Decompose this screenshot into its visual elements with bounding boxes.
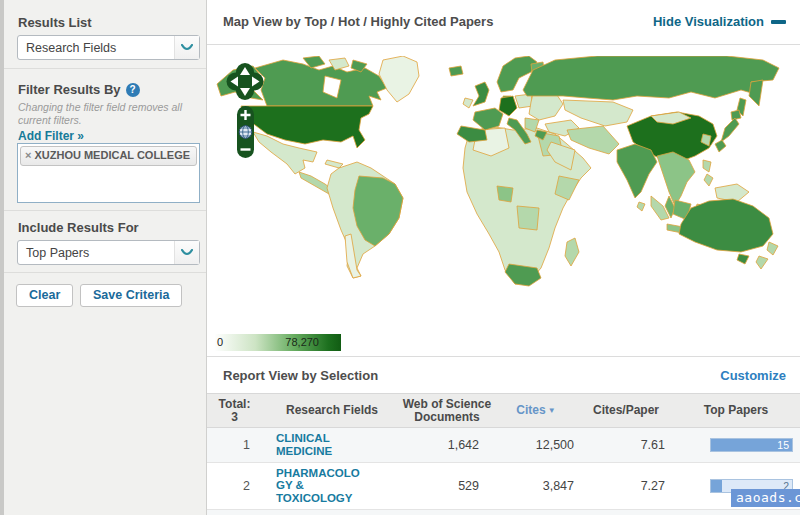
chevron-down-icon: [174, 36, 199, 59]
map-view-title: Map View by Top / Hot / Highly Cited Pap…: [223, 14, 493, 29]
results-list-select[interactable]: Research Fields: [17, 35, 200, 60]
top-papers-value: 15: [777, 439, 789, 452]
minus-icon: [771, 20, 786, 24]
row-rank: 1: [207, 438, 262, 452]
col-total: Total:3: [207, 396, 262, 426]
filter-sidebar: Results List Research Fields Filter Resu…: [0, 0, 207, 515]
add-filter-link[interactable]: Add Filter »: [18, 129, 84, 143]
row-rank: 2: [207, 479, 262, 493]
map-zoom-control[interactable]: [237, 106, 254, 158]
table-row: 0 ALL FIELDS 4,573 39,999 8.75: [207, 510, 800, 515]
clear-button[interactable]: Clear: [16, 284, 73, 307]
col-top-papers: Top Papers: [672, 402, 800, 419]
divider: [4, 210, 206, 211]
filter-chip-label: XUZHOU MEDICAL COLLEGE: [34, 149, 190, 161]
legend-min: 0: [217, 336, 223, 348]
col-cites[interactable]: Cites▼: [492, 402, 580, 419]
top-papers-bar-fill: [711, 480, 722, 492]
table-header-row: Total:3 Research Fields Web of Science D…: [207, 393, 800, 428]
col-cites-per-paper: Cites/Paper: [580, 402, 672, 419]
top-papers-bar: 15: [710, 438, 793, 452]
include-results-label: Include Results For: [18, 220, 139, 235]
map-legend: 0 78,270: [215, 334, 341, 351]
divider: [4, 272, 206, 273]
research-field-link[interactable]: PHARMACOLOGY & TOXICOLOGY: [276, 467, 368, 505]
include-results-select[interactable]: Top Papers: [17, 240, 200, 265]
chevron-down-icon: [174, 241, 199, 264]
customize-link[interactable]: Customize: [720, 368, 786, 383]
filter-note: Changing the filter field removes all cu…: [18, 101, 196, 127]
world-map[interactable]: [207, 56, 800, 310]
save-criteria-button[interactable]: Save Criteria: [80, 284, 182, 307]
report-panel: Report View by Selection Customize Total…: [207, 356, 800, 515]
sort-desc-icon: ▼: [548, 406, 556, 415]
remove-chip-icon[interactable]: ×: [25, 149, 31, 161]
legend-max: 78,270: [285, 336, 319, 348]
watermark: aaoads.com: [731, 489, 800, 507]
results-list-value: Research Fields: [18, 41, 174, 55]
col-research-fields: Research Fields: [262, 402, 402, 419]
results-list-label: Results List: [18, 15, 92, 30]
research-field-link[interactable]: CLINICAL MEDICINE: [276, 432, 368, 457]
divider: [4, 68, 206, 69]
globe-icon: [239, 126, 252, 139]
filter-chip: ×XUZHOU MEDICAL COLLEGE: [20, 146, 197, 166]
hide-visualization-label: Hide Visualization: [653, 14, 764, 29]
table-body: 1 CLINICAL MEDICINE 1,642 12,500 7.61 15…: [207, 428, 800, 515]
table-row: 1 CLINICAL MEDICINE 1,642 12,500 7.61 15: [207, 428, 800, 463]
hide-visualization-link[interactable]: Hide Visualization: [653, 14, 786, 29]
help-icon[interactable]: ?: [126, 83, 140, 97]
row-documents: 1,642: [402, 438, 492, 452]
include-results-value: Top Papers: [18, 246, 174, 260]
table-row: 2 PHARMACOLOGY & TOXICOLOGY 529 3,847 7.…: [207, 463, 800, 510]
row-cites: 12,500: [492, 438, 580, 452]
filter-results-by-label: Filter Results By: [18, 82, 121, 97]
row-documents: 529: [402, 479, 492, 493]
row-cites-per-paper: 7.27: [580, 479, 672, 493]
map-panel-header: Map View by Top / Hot / Highly Cited Pap…: [207, 0, 800, 45]
filter-list-box[interactable]: ×XUZHOU MEDICAL COLLEGE: [17, 143, 200, 203]
row-cites: 3,847: [492, 479, 580, 493]
row-cites-per-paper: 7.61: [580, 438, 672, 452]
col-documents: Web of Science Documents: [402, 396, 492, 426]
report-view-title: Report View by Selection: [223, 368, 378, 383]
